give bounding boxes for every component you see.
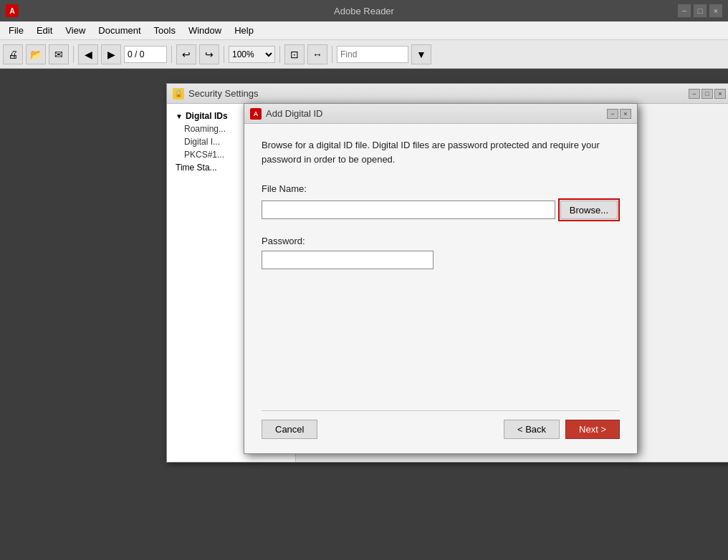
adobe-logo-icon: A [6,4,19,17]
cancel-button[interactable]: Cancel [262,420,317,439]
next-view-button[interactable]: ↪ [199,44,219,64]
footer-right: < Back Next > [504,420,620,439]
find-input[interactable] [337,46,408,63]
add-digital-id-dialog: A Add Digital ID − × Browse for a digita… [244,103,638,454]
file-name-section: File Name: Browse... [262,183,620,221]
security-dialog-close-button[interactable]: × [714,89,726,99]
toolbar-separator-2 [171,46,172,63]
file-name-label: File Name: [262,183,620,194]
sidebar-label-pkcs: PKCS#1... [184,150,224,160]
app-title: Adobe Reader [334,6,394,16]
security-dialog-minimize-button[interactable]: − [689,89,700,99]
next-page-button[interactable]: ▶ [101,44,121,64]
add-digital-controls: − × [607,109,631,119]
print-button[interactable]: 🖨 [3,44,23,64]
menu-file[interactable]: File [3,24,29,37]
security-dialog-title: Security Settings [188,88,259,99]
minimize-button[interactable]: − [678,4,691,17]
toolbar: 🖨 📂 ✉ ◀ ▶ ↩ ↪ 100% ⊡ ↔ ▼ [0,40,728,69]
file-name-input[interactable] [262,201,555,219]
menu-bar: File Edit View Document Tools Window Hel… [0,21,728,40]
prev-view-button[interactable]: ↩ [176,44,196,64]
menu-tools[interactable]: Tools [148,24,181,37]
sidebar-label-digital-i: Digital I... [184,137,220,147]
prev-page-button[interactable]: ◀ [78,44,98,64]
title-bar: A Adobe Reader − □ × [0,0,728,21]
menu-document[interactable]: Document [92,24,146,37]
fit-page-button[interactable]: ⊡ [284,44,305,64]
back-button[interactable]: < Back [504,420,560,439]
title-bar-left: A [6,4,19,17]
security-dialog-controls: − □ × [689,89,726,99]
security-dialog-restore-button[interactable]: □ [701,89,713,99]
email-button[interactable]: ✉ [49,44,69,64]
page-input[interactable] [124,46,167,63]
sidebar-label-timestamp: Time Sta... [176,163,217,173]
sidebar-label-digital-ids: Digital IDs [186,111,228,121]
restore-button[interactable]: □ [694,4,707,17]
password-section: Password: [262,236,620,269]
lock-icon: 🔒 [173,88,184,100]
security-dialog-titlebar: 🔒 Security Settings − □ × [167,84,728,104]
menu-help[interactable]: Help [229,24,259,37]
menu-view[interactable]: View [59,24,91,37]
close-button[interactable]: × [709,4,722,17]
toolbar-separator-3 [224,46,224,63]
password-label: Password: [262,236,620,246]
menu-edit[interactable]: Edit [31,24,58,37]
password-input[interactable] [262,251,434,269]
fit-width-button[interactable]: ↔ [307,44,327,64]
add-digital-body: Browse for a digital ID file. Digital ID… [244,124,637,453]
toolbar-separator-4 [279,46,280,63]
add-digital-description: Browse for a digital ID file. Digital ID… [262,138,620,166]
next-button[interactable]: Next > [565,420,620,439]
menu-window[interactable]: Window [183,24,227,37]
add-digital-close-button[interactable]: × [620,109,631,119]
open-button[interactable]: 📂 [26,44,46,64]
footer-left: Cancel [262,420,317,439]
main-content: 🔒 Security Settings − □ × ▼ Digital IDs … [0,69,728,560]
toolbar-separator-5 [332,46,332,63]
file-name-row: Browse... [262,198,620,221]
add-digital-minimize-button[interactable]: − [607,109,618,119]
add-digital-titlebar: A Add Digital ID − × [244,104,637,124]
add-digital-title-text: Add Digital ID [266,108,322,119]
adobe-red-icon: A [250,108,262,120]
toolbar-separator-1 [73,46,74,63]
find-dropdown-button[interactable]: ▼ [411,44,431,64]
dialog-footer: Cancel < Back Next > [262,410,620,439]
browse-button[interactable]: Browse... [560,201,618,219]
zoom-select[interactable]: 100% [229,46,275,63]
collapse-icon: ▼ [176,112,183,120]
browse-btn-wrapper: Browse... [558,198,620,221]
sidebar-label-roaming: Roaming... [184,124,226,134]
window-controls: − □ × [678,4,722,17]
